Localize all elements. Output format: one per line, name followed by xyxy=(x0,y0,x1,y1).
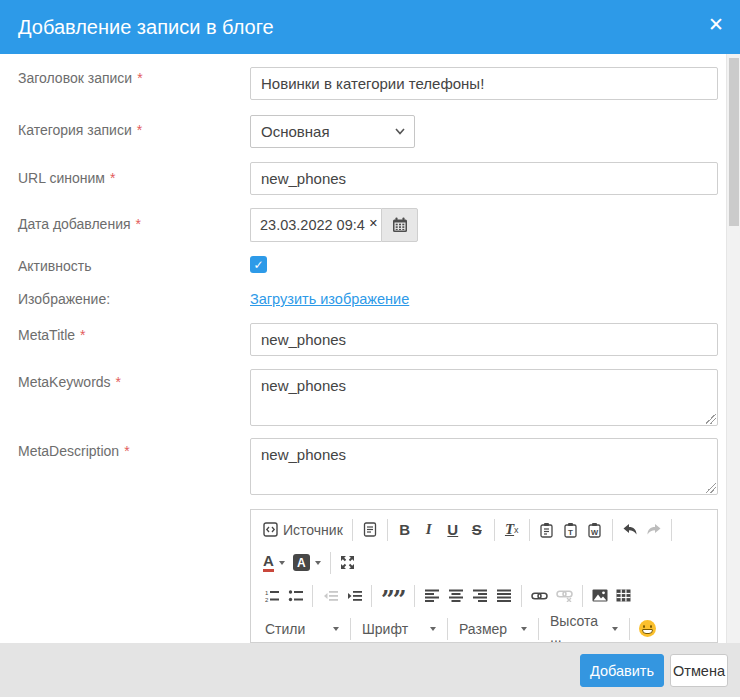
chevron-down-icon xyxy=(612,627,618,631)
decrease-indent-icon xyxy=(323,589,338,603)
required-asterisk: * xyxy=(137,70,142,86)
field-label-url: URL синоним* xyxy=(18,170,115,186)
required-asterisk: * xyxy=(80,327,85,343)
align-left-button[interactable] xyxy=(420,584,444,608)
metakeywords-textarea[interactable]: new_phones xyxy=(250,369,718,426)
align-left-icon xyxy=(425,589,439,602)
field-label-active: Активность xyxy=(18,258,92,274)
svg-text:1: 1 xyxy=(265,589,269,595)
font-combo-label: Шрифт xyxy=(362,621,408,637)
calendar-button[interactable] xyxy=(381,208,418,242)
underline-button[interactable]: U xyxy=(441,518,465,542)
toolbar-separator xyxy=(671,519,672,541)
decrease-indent-button[interactable] xyxy=(318,584,342,608)
svg-text:2: 2 xyxy=(265,597,269,603)
metatitle-input[interactable] xyxy=(250,323,718,356)
toolbar-separator xyxy=(612,519,613,541)
blockquote-icon: ”” xyxy=(381,595,405,605)
smiley-button[interactable] xyxy=(635,617,660,641)
add-button[interactable]: Добавить xyxy=(580,654,664,687)
modal-title: Добавление записи в блоге xyxy=(18,16,274,39)
url-alias-input[interactable] xyxy=(250,162,718,195)
smiley-icon xyxy=(639,620,656,637)
paste-icon xyxy=(539,522,554,538)
clear-date-icon[interactable]: ✕ xyxy=(369,218,378,229)
date-input-group: ✕ xyxy=(250,208,418,242)
category-selected-value: Основная xyxy=(261,123,330,140)
font-combo[interactable]: Шрифт xyxy=(356,617,442,641)
background-color-button[interactable]: A xyxy=(289,551,325,575)
toolbar-separator xyxy=(330,552,331,574)
blockquote-button[interactable]: ”” xyxy=(377,584,409,608)
paste-button[interactable] xyxy=(535,518,559,542)
templates-icon xyxy=(363,522,377,537)
insert-image-button[interactable] xyxy=(588,584,612,608)
upload-image-link[interactable]: Загрузить изображение xyxy=(250,291,409,307)
size-combo[interactable]: Размер xyxy=(453,617,533,641)
source-button[interactable]: Источник xyxy=(259,518,347,542)
bold-button[interactable]: B xyxy=(393,518,417,542)
link-button[interactable] xyxy=(527,584,552,608)
align-right-icon xyxy=(473,589,487,602)
field-label-title: Заголовок записи* xyxy=(18,70,143,86)
field-label-category: Категория записи* xyxy=(18,122,142,138)
calendar-icon xyxy=(392,217,408,233)
maximize-button[interactable] xyxy=(336,551,360,575)
toolbar-separator xyxy=(387,519,388,541)
chevron-down-icon xyxy=(395,128,405,135)
rich-text-editor: Источник B I U S Tx T W xyxy=(250,509,718,643)
toolbar-separator xyxy=(447,618,448,640)
align-right-button[interactable] xyxy=(468,584,492,608)
line-height-combo-label: Высота ... xyxy=(550,613,607,644)
field-label-metakeywords: MetaKeywords* xyxy=(18,374,121,390)
paste-word-icon: W xyxy=(587,522,602,538)
unlink-button[interactable] xyxy=(552,584,577,608)
numbered-list-icon: 12 xyxy=(264,589,279,603)
field-label-date: Дата добавления* xyxy=(18,216,141,232)
strikethrough-button[interactable]: S xyxy=(465,518,489,542)
size-combo-label: Размер xyxy=(459,621,507,637)
bulleted-list-button[interactable] xyxy=(283,584,307,608)
image-icon xyxy=(592,589,608,602)
paste-text-button[interactable]: T xyxy=(559,518,583,542)
numbered-list-button[interactable]: 12 xyxy=(259,584,283,608)
required-asterisk: * xyxy=(124,443,129,459)
chevron-down-icon xyxy=(521,627,527,631)
metadescription-textarea[interactable]: new_phones xyxy=(250,438,718,495)
line-height-combo[interactable]: Высота ... xyxy=(544,617,624,641)
align-justify-button[interactable] xyxy=(492,584,516,608)
paste-word-button[interactable]: W xyxy=(583,518,607,542)
modal-footer: Добавить Отмена xyxy=(0,643,740,697)
modal-header: Добавление записи в блоге ✕ xyxy=(0,0,740,54)
toolbar-separator xyxy=(529,519,530,541)
undo-button[interactable] xyxy=(618,518,642,542)
redo-button[interactable] xyxy=(642,518,666,542)
italic-button[interactable]: I xyxy=(417,518,441,542)
chevron-down-icon xyxy=(430,627,436,631)
cancel-button[interactable]: Отмена xyxy=(670,654,728,687)
link-icon xyxy=(531,591,548,601)
scrollbar-thumb[interactable] xyxy=(729,58,739,226)
title-input[interactable] xyxy=(250,67,718,100)
remove-format-button[interactable]: Tx xyxy=(500,518,524,542)
toolbar-separator xyxy=(312,585,313,607)
toolbar-separator xyxy=(582,585,583,607)
toolbar-separator xyxy=(371,585,372,607)
category-select[interactable]: Основная xyxy=(250,115,415,148)
svg-text:W: W xyxy=(591,527,599,536)
date-input[interactable] xyxy=(250,208,381,242)
templates-button[interactable] xyxy=(358,518,382,542)
insert-table-button[interactable] xyxy=(612,584,636,608)
undo-icon xyxy=(622,523,638,536)
field-label-metatitle: MetaTitle* xyxy=(18,327,86,343)
increase-indent-button[interactable] xyxy=(342,584,366,608)
field-label-metadescription: MetaDescription* xyxy=(18,443,130,459)
close-icon[interactable]: ✕ xyxy=(708,15,724,34)
text-color-button[interactable]: A xyxy=(259,551,289,575)
toolbar-separator xyxy=(521,585,522,607)
maximize-icon xyxy=(340,555,355,570)
active-checkbox[interactable]: ✓ xyxy=(250,256,267,273)
align-center-button[interactable] xyxy=(444,584,468,608)
vertical-scrollbar[interactable] xyxy=(726,54,740,643)
styles-combo[interactable]: Стили xyxy=(259,617,345,641)
